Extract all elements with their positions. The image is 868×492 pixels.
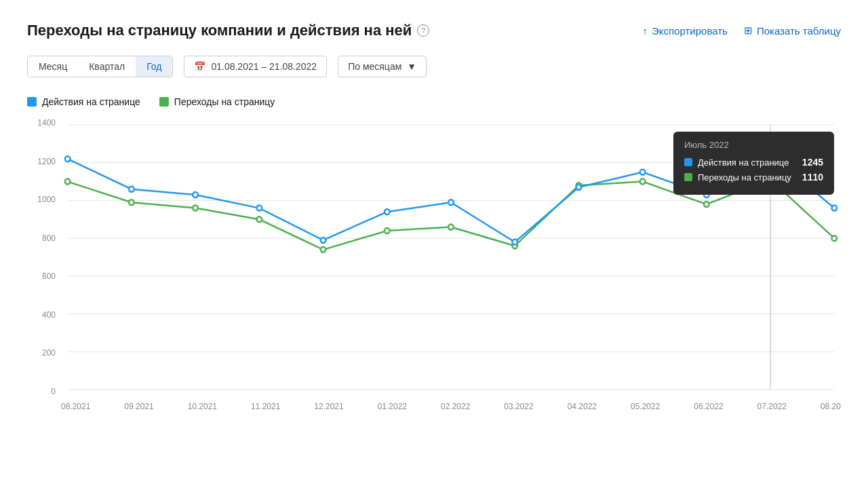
period-tab-year[interactable]: Год: [136, 56, 172, 77]
y-axis: 0 200 400 600 800 1000 1200 1400: [27, 118, 61, 396]
legend-item-blue: Действия на странице: [27, 96, 140, 107]
x-label-11: 07.2022: [757, 402, 787, 411]
x-label-10: 06.2022: [694, 402, 723, 411]
svg-point-19: [704, 202, 709, 207]
svg-point-22: [65, 156, 71, 162]
legend-label-blue: Действия на странице: [42, 96, 140, 107]
svg-point-30: [576, 185, 582, 190]
period-tabs: Месяц Квартал Год: [27, 56, 173, 77]
calendar-icon: 📅: [194, 61, 205, 72]
show-table-label: Показать таблицу: [757, 25, 841, 37]
x-label-9: 05.2022: [631, 402, 660, 411]
svg-point-13: [321, 247, 326, 252]
x-label-6: 02.2022: [441, 402, 470, 411]
svg-point-15: [448, 224, 454, 229]
period-tab-quarter[interactable]: Квартал: [78, 56, 136, 77]
y-label-1400: 1400: [27, 118, 61, 128]
x-label-8: 04.2022: [568, 402, 597, 411]
chart-container: 0 200 400 600 800 1000 1200 1400 08.2021…: [27, 118, 841, 430]
x-label-1: 09.2021: [124, 402, 153, 411]
svg-point-32: [704, 192, 709, 197]
svg-point-27: [384, 209, 390, 214]
svg-point-18: [640, 179, 646, 185]
period-tab-month[interactable]: Месяц: [28, 56, 78, 77]
svg-point-34: [831, 206, 837, 211]
svg-point-25: [256, 206, 262, 211]
table-icon: ⊞: [744, 24, 753, 37]
svg-point-29: [512, 240, 517, 245]
title-group: Переходы на страницу компании и действия…: [27, 22, 429, 39]
page-header: Переходы на страницу компании и действия…: [27, 22, 841, 39]
svg-point-14: [384, 228, 390, 233]
y-label-600: 600: [27, 271, 61, 281]
group-by-label: По месяцам: [348, 61, 401, 72]
x-axis: 08.2021 09.2021 10.2021 11.2021 12.2021 …: [61, 396, 841, 430]
date-picker[interactable]: 📅 01.08.2021 – 21.08.2022: [184, 56, 327, 77]
y-label-400: 400: [27, 310, 61, 320]
svg-point-23: [129, 187, 134, 192]
svg-point-28: [448, 200, 454, 205]
y-label-0: 0: [27, 387, 61, 396]
svg-point-26: [321, 238, 326, 243]
controls-row: Месяц Квартал Год 📅 01.08.2021 – 21.08.2…: [27, 56, 841, 77]
y-label-800: 800: [27, 233, 61, 243]
svg-point-20: [766, 176, 774, 184]
x-label-5: 01.2022: [378, 402, 407, 411]
legend-dot-blue: [27, 97, 37, 107]
chart-legend: Действия на странице Переходы на страниц…: [27, 96, 841, 107]
chevron-down-icon: ▼: [407, 61, 416, 72]
y-label-1200: 1200: [27, 157, 61, 166]
show-table-button[interactable]: ⊞ Показать таблицу: [744, 24, 841, 37]
svg-point-21: [831, 235, 837, 241]
svg-point-11: [193, 206, 198, 211]
date-range-label: 01.08.2021 – 21.08.2022: [211, 61, 317, 72]
x-label-7: 03.2022: [504, 402, 533, 411]
chart-area: [61, 118, 841, 396]
legend-dot-green: [159, 97, 169, 107]
chart-svg: [61, 118, 841, 396]
export-label: Экспортировать: [652, 25, 728, 37]
x-label-3: 11.2021: [251, 402, 280, 411]
group-by-select[interactable]: По месяцам ▼: [338, 56, 427, 77]
info-icon[interactable]: ?: [417, 24, 429, 37]
x-label-4: 12.2021: [314, 402, 343, 411]
x-label-12: 08.20: [821, 402, 841, 411]
x-label-0: 08.2021: [61, 402, 90, 411]
svg-point-12: [256, 216, 262, 222]
svg-point-10: [129, 200, 134, 205]
legend-item-green: Переходы на страницу: [159, 96, 275, 107]
export-icon: ↑: [642, 25, 648, 37]
svg-point-33: [766, 151, 774, 159]
export-button[interactable]: ↑ Экспортировать: [642, 25, 727, 37]
header-actions: ↑ Экспортировать ⊞ Показать таблицу: [642, 24, 841, 37]
svg-point-31: [640, 170, 646, 175]
svg-point-24: [193, 192, 198, 197]
y-label-1000: 1000: [27, 195, 61, 204]
legend-label-green: Переходы на страницу: [174, 96, 275, 107]
y-label-200: 200: [27, 348, 61, 358]
page-title: Переходы на страницу компании и действия…: [27, 22, 412, 39]
svg-point-9: [65, 179, 71, 185]
x-label-2: 10.2021: [188, 402, 217, 411]
